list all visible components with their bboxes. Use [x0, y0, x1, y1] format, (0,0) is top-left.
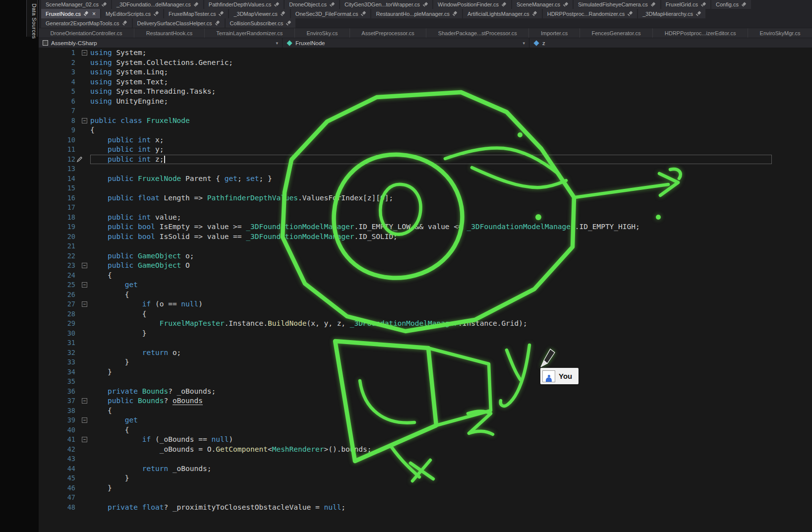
tab-ShaderPackage...stProcessor.cs[interactable]: ShaderPackage...stProcessor.cs: [426, 28, 528, 38]
code-line-44[interactable]: 44 return _oBounds;: [39, 464, 812, 474]
fold-marker[interactable]: −: [82, 263, 87, 268]
code-line-11[interactable]: 11 public int y;: [39, 145, 812, 155]
tab-EnviroSky.cs[interactable]: EnviroSky.cs: [294, 28, 349, 38]
code-line-18[interactable]: 18 public int value;: [39, 213, 812, 223]
code-line-17[interactable]: 17: [39, 203, 812, 213]
code-line-9[interactable]: 9{: [39, 125, 812, 135]
code-line-8[interactable]: 8−public class FruxelNode: [39, 116, 812, 126]
code-line-26[interactable]: 26 {: [39, 290, 812, 300]
tab-_3DMapHierarchy.cs[interactable]: _3DMapHierarchy.cs: [638, 9, 705, 18]
tab-_3DMapViewer.cs[interactable]: _3DMapViewer.cs: [229, 9, 290, 18]
code-line-6[interactable]: 6using UnityEngine;: [39, 97, 812, 107]
code-line-13[interactable]: 13: [39, 164, 812, 174]
code-line-45[interactable]: 45 }: [39, 473, 812, 483]
code-line-16[interactable]: 16 public float Length => PathfinderDept…: [39, 193, 812, 203]
pin-icon[interactable]: [452, 11, 458, 16]
code-line-5[interactable]: 5using System.Threading.Tasks;: [39, 87, 812, 97]
pin-icon[interactable]: [650, 2, 656, 7]
code-line-43[interactable]: 43: [39, 454, 812, 464]
tab-PathfinderDepthValues.cs[interactable]: PathfinderDepthValues.cs: [204, 0, 284, 9]
fold-marker[interactable]: −: [82, 282, 87, 288]
tab-CityGen3DGen...torWrapper.cs[interactable]: CityGen3DGen...torWrapper.cs: [340, 0, 432, 9]
data-sources-flyout-tab[interactable]: Data Sources: [26, 0, 38, 37]
tab-CollisionSubscriber.cs[interactable]: CollisionSubscriber.cs: [226, 18, 296, 28]
pin-icon[interactable]: [563, 2, 568, 7]
tab-AssetPreprocessor.cs[interactable]: AssetPreprocessor.cs: [349, 28, 426, 38]
code-line-31[interactable]: 31: [39, 338, 812, 348]
fold-column[interactable]: −: [81, 261, 90, 271]
tab-RestaurantHook.cs[interactable]: RestaurantHook.cs: [134, 28, 204, 38]
tab-Config.cs[interactable]: Config.cs: [711, 0, 751, 9]
code-line-14[interactable]: 14 public FruxelNode Parent { get; set; …: [39, 174, 812, 184]
code-line-12[interactable]: 12 public int z;: [39, 155, 812, 165]
code-line-1[interactable]: 1−using System;: [39, 48, 812, 58]
code-line-42[interactable]: 42 _oBounds = O.GetComponent<MeshRendere…: [39, 445, 812, 455]
member-dropdown[interactable]: z: [529, 38, 812, 48]
tab-HDRPPostproc...izerEditor.cs[interactable]: HDRPPostproc...izerEditor.cs: [652, 28, 748, 38]
code-line-15[interactable]: 15: [39, 183, 812, 193]
fold-marker[interactable]: −: [82, 301, 87, 307]
code-line-28[interactable]: 28 {: [39, 309, 812, 319]
code-line-7[interactable]: 7: [39, 106, 812, 116]
pin-icon[interactable]: [422, 2, 428, 7]
tab-DroneObject.cs[interactable]: DroneObject.cs: [285, 0, 339, 9]
code-line-35[interactable]: 35: [39, 377, 812, 387]
fold-marker[interactable]: −: [82, 398, 87, 404]
fold-column[interactable]: −: [81, 280, 90, 290]
code-line-34[interactable]: 34 }: [39, 367, 812, 377]
pin-icon[interactable]: [329, 2, 335, 7]
code-line-2[interactable]: 2using System.Collections.Generic;: [39, 58, 812, 68]
project-dropdown[interactable]: Assembly-CSharp ▾: [39, 38, 283, 48]
tab-Generator2ExportMapTools.cs[interactable]: Generator2ExportMapTools.cs: [41, 18, 132, 28]
tab-OneSec3D_FileFormat.cs[interactable]: OneSec3D_FileFormat.cs: [291, 9, 371, 18]
tab-FencesGenerator.cs[interactable]: FencesGenerator.cs: [580, 28, 652, 38]
tab-SimulatedFisheyeCamera.cs[interactable]: SimulatedFisheyeCamera.cs: [574, 0, 660, 9]
tab-TerrainLayerRandomizer.cs[interactable]: TerrainLayerRandomizer.cs: [204, 28, 294, 38]
code-line-21[interactable]: 21: [39, 241, 812, 251]
pin-icon[interactable]: [193, 2, 199, 7]
code-line-33[interactable]: 33 }: [39, 357, 812, 367]
code-line-41[interactable]: 41− if (_oBounds == null): [39, 435, 812, 445]
code-line-30[interactable]: 30 }: [39, 329, 812, 339]
code-line-23[interactable]: 23− public GameObject O: [39, 261, 812, 271]
tab-DeliverySurfaceClassHelper.cs[interactable]: DeliverySurfaceClassHelper.cs: [133, 18, 225, 28]
fold-marker[interactable]: −: [82, 50, 87, 56]
pin-icon[interactable]: [274, 2, 279, 7]
tab-MyEditorScripts.cs[interactable]: MyEditorScripts.cs: [101, 9, 163, 18]
tab-WindowPositionFinder.cs[interactable]: WindowPositionFinder.cs: [433, 0, 511, 9]
code-line-20[interactable]: 20 public bool IsSolid => value == _3DFo…: [39, 232, 812, 242]
pin-icon[interactable]: [153, 11, 159, 16]
tab-SceneManager_02.cs[interactable]: SceneManager_02.cs: [41, 0, 111, 9]
pin-icon[interactable]: [280, 11, 286, 16]
code-line-3[interactable]: 3using System.Linq;: [39, 67, 812, 77]
pin-icon[interactable]: [215, 20, 220, 26]
fold-column[interactable]: −: [81, 48, 90, 58]
fold-column[interactable]: −: [81, 415, 90, 425]
fold-column[interactable]: −: [81, 116, 90, 126]
code-editor[interactable]: 1−using System;2using System.Collections…: [39, 48, 812, 532]
pin-icon[interactable]: [83, 11, 89, 16]
tab-SceneManager.cs[interactable]: SceneManager.cs: [512, 0, 573, 9]
tab-FruxelMapTester.cs[interactable]: FruxelMapTester.cs: [164, 9, 228, 18]
fold-marker[interactable]: −: [82, 118, 87, 123]
code-line-46[interactable]: 46 }: [39, 483, 812, 493]
fold-column[interactable]: −: [81, 299, 90, 309]
fold-column[interactable]: −: [81, 396, 90, 406]
tab-RestaurantHo...pleManager.cs[interactable]: RestaurantHo...pleManager.cs: [371, 9, 462, 18]
tab-Importer.cs[interactable]: Importer.cs: [528, 28, 580, 38]
pin-icon[interactable]: [627, 11, 633, 16]
code-line-32[interactable]: 32 return o;: [39, 348, 812, 358]
fold-marker[interactable]: −: [82, 417, 87, 423]
pin-icon[interactable]: [286, 20, 291, 26]
pin-icon[interactable]: [696, 11, 701, 16]
type-dropdown[interactable]: FruxelNode ▾: [283, 38, 529, 48]
fold-column[interactable]: −: [81, 435, 90, 445]
pin-icon[interactable]: [700, 2, 706, 7]
code-line-22[interactable]: 22 public GameObject o;: [39, 251, 812, 261]
pin-icon[interactable]: [122, 20, 127, 26]
pin-icon[interactable]: [101, 2, 107, 7]
tab-HDRPPostproc...Randomizer.cs[interactable]: HDRPPostproc...Randomizer.cs: [543, 9, 638, 18]
pin-icon[interactable]: [741, 2, 747, 7]
code-line-38[interactable]: 38 {: [39, 406, 812, 416]
code-line-29[interactable]: 29 FruxelMapTester.Instance.BuildNode(x,…: [39, 319, 812, 329]
